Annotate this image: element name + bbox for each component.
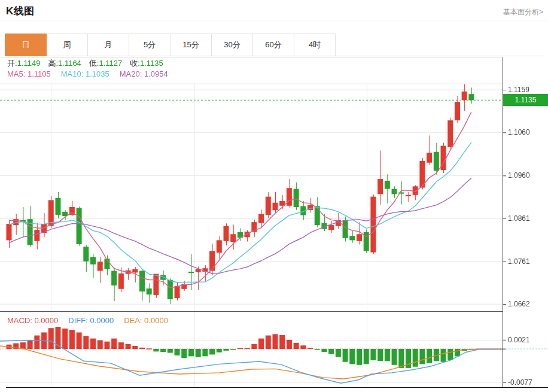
tab-日[interactable]: 日 (5, 34, 47, 56)
kline-page: { "header": {"title": "K线图", "link": "基本… (0, 0, 548, 392)
legend-item: DIFF: 0.0000 (68, 316, 114, 325)
page-title: K线图 (6, 4, 35, 18)
price-axis-label: 1.1159 (508, 86, 529, 94)
ma-legend: MA5: 1.1105MA10: 1.1035MA20: 1.0954 (7, 69, 178, 78)
legend-item: MA10: 1.1035 (61, 69, 109, 78)
legend-item: 收:1.1135 (130, 59, 163, 68)
tabbar-underline (5, 56, 543, 56)
header-divider (0, 20, 548, 20)
legend-item: MA5: 1.1105 (7, 69, 51, 78)
legend-item: MACD: 0.0000 (7, 316, 58, 325)
tab-4时[interactable]: 4时 (294, 34, 336, 56)
price-axis-label: 1.1060 (508, 128, 530, 136)
macd-legend: MACD: 0.0000DIFF: 0.0000DEA: 0.0000 (7, 316, 178, 325)
price-axis-label: 1.0761 (508, 257, 530, 266)
macd-axis-label: -0.0077 (508, 378, 532, 387)
legend-item: 高:1.1164 (48, 59, 81, 68)
legend-item: MA20: 1.0954 (120, 69, 168, 78)
legend-item: DEA: 0.0000 (124, 316, 168, 325)
tab-60分[interactable]: 60分 (252, 34, 294, 56)
tab-30分[interactable]: 30分 (211, 34, 253, 56)
tab-5分[interactable]: 5分 (129, 34, 171, 56)
legend-item: 开:1.1149 (7, 59, 40, 68)
fundamental-analysis-link[interactable]: 基本面分析> (503, 7, 543, 17)
interval-tabbar: 日周月5分15分30分60分4时 (5, 34, 336, 56)
legend-item: 低:1.1127 (89, 59, 122, 68)
tab-月[interactable]: 月 (87, 34, 129, 56)
ohlc-legend: 开:1.1149高:1.1164低:1.1127收:1.1135 (7, 58, 171, 69)
price-axis-label: 1.0861 (508, 214, 530, 223)
price-axis-label: 1.0662 (508, 300, 530, 308)
tab-15分[interactable]: 15分 (170, 34, 212, 56)
tab-周[interactable]: 周 (46, 34, 88, 56)
macd-axis-label: 0.0021 (508, 336, 530, 344)
current-price-badge: 1.1135 (503, 94, 548, 106)
price-axis-label: 1.0960 (508, 171, 530, 180)
kline-chart-canvas[interactable] (0, 57, 548, 388)
